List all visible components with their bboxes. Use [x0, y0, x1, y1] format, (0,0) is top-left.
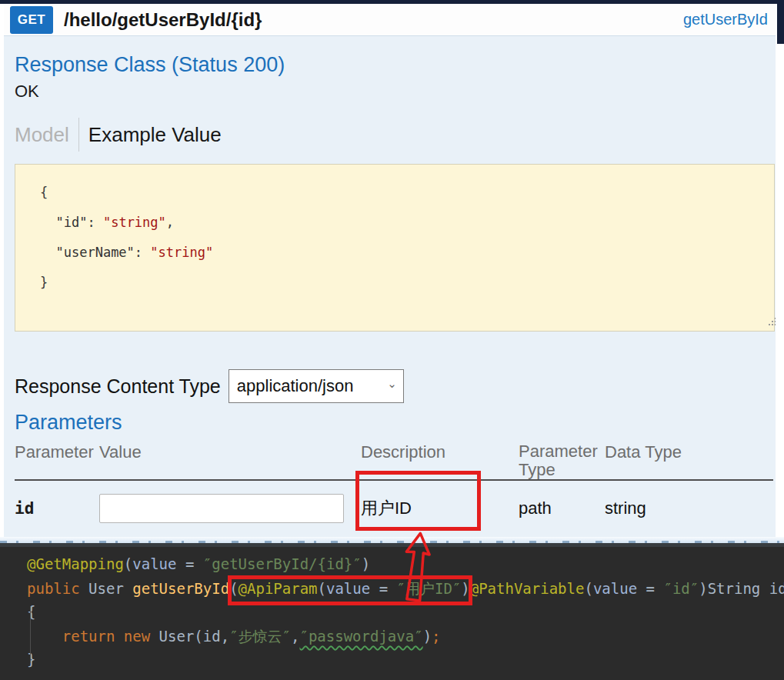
- response-content-type-label: Response Content Type: [15, 375, 221, 398]
- param-data-type-cell: string: [589, 498, 773, 518]
- content-type-selected-value: application/json: [237, 376, 387, 396]
- java-source-code: @GetMapping(value = ″getUserById/{id}″)p…: [0, 547, 784, 675]
- swagger-operation-screenshot: GET /hello/getUserById/{id} getUserById …: [0, 0, 784, 680]
- example-value-box[interactable]: { "id": "string", "userName": "string"}: [15, 164, 775, 332]
- red-highlight-description-cell: [355, 471, 481, 531]
- param-value-cell: [76, 494, 345, 523]
- red-arrow-up-icon: [396, 531, 436, 604]
- parameters-heading: Parameters: [15, 408, 776, 436]
- chevron-down-icon: ⌄: [387, 377, 397, 391]
- operation-header[interactable]: GET /hello/getUserById/{id} getUserById: [4, 4, 776, 36]
- tab-example-value[interactable]: Example Value: [79, 123, 222, 147]
- col-parameter-type: Parameter Type: [503, 438, 589, 479]
- response-tabs: Model Example Value: [15, 118, 776, 152]
- param-value-input[interactable]: [99, 494, 344, 523]
- operation-body: Response Class (Status 200) OK Model Exa…: [4, 36, 776, 537]
- col-data-type: Data Type: [589, 438, 773, 462]
- tab-model[interactable]: Model: [15, 123, 78, 147]
- window-right-edge: [777, 0, 784, 44]
- response-content-type-row: Response Content Type application/json ⌄: [15, 368, 776, 404]
- response-status-text: OK: [15, 81, 776, 102]
- endpoint-path: /hello/getUserById/{id}: [64, 9, 262, 31]
- ide-code-panel: @GetMapping(value = ″getUserById/{id}″)p…: [0, 543, 784, 680]
- indent-guide-line: [30, 606, 31, 663]
- param-type-cell: path: [503, 498, 589, 518]
- col-description: Description: [345, 438, 503, 462]
- operation-id-link[interactable]: getUserById: [683, 11, 768, 28]
- resize-grip-icon[interactable]: [769, 324, 770, 325]
- response-class-heading: Response Class (Status 200): [15, 52, 776, 78]
- col-parameter: Parameter: [15, 438, 76, 462]
- param-name-cell: id: [15, 499, 76, 518]
- swagger-operation-panel: GET /hello/getUserById/{id} getUserById …: [4, 4, 776, 537]
- http-method-badge[interactable]: GET: [10, 6, 53, 34]
- content-type-select[interactable]: application/json ⌄: [229, 369, 404, 403]
- panel-code-boundary: [0, 537, 784, 543]
- col-value: Value: [76, 438, 345, 462]
